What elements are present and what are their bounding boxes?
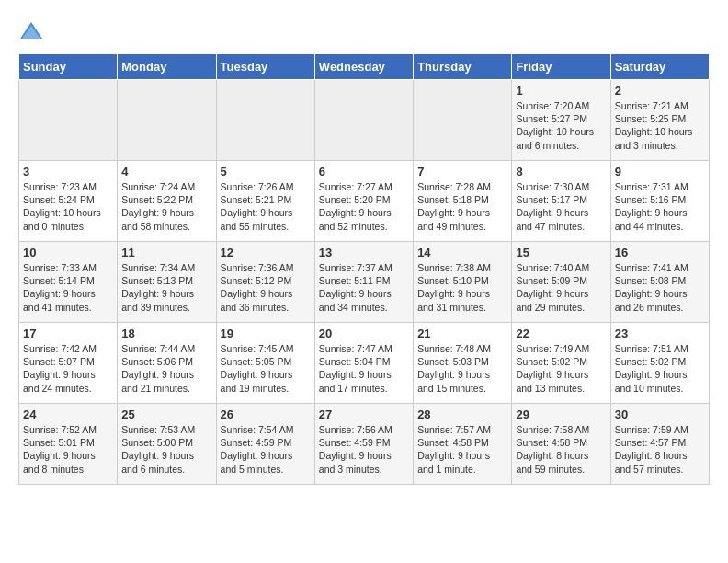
day-number: 21 — [417, 327, 507, 340]
day-number: 29 — [516, 408, 606, 421]
day-info: Daylight: 10 hours and 6 minutes. — [516, 125, 606, 151]
day-info: Sunrise: 7:52 AM — [23, 423, 113, 436]
day-info: Sunset: 5:01 PM — [23, 436, 113, 449]
day-info: Daylight: 9 hours and 24 minutes. — [23, 368, 113, 394]
day-info: Sunrise: 7:45 AM — [221, 342, 311, 355]
calendar-cell: 21Sunrise: 7:48 AMSunset: 5:03 PMDayligh… — [414, 323, 512, 404]
day-number: 24 — [23, 408, 113, 421]
day-info: Daylight: 9 hours and 8 minutes. — [23, 449, 113, 475]
day-info: Sunrise: 7:44 AM — [121, 342, 211, 355]
day-number: 19 — [221, 327, 311, 340]
day-info: Sunset: 5:02 PM — [516, 355, 606, 368]
day-info: Sunset: 5:00 PM — [121, 436, 211, 449]
calendar-cell: 27Sunrise: 7:56 AMSunset: 4:59 PMDayligh… — [314, 404, 413, 485]
header-row: SundayMondayTuesdayWednesdayThursdayFrid… — [19, 54, 710, 80]
day-info: Sunset: 5:24 PM — [23, 193, 113, 206]
day-info: Sunset: 5:13 PM — [121, 274, 211, 287]
day-info: Sunset: 4:59 PM — [221, 436, 311, 449]
day-info: Daylight: 9 hours and 1 minute. — [417, 449, 507, 475]
day-number: 25 — [121, 408, 211, 421]
day-info: Daylight: 9 hours and 31 minutes. — [417, 287, 507, 313]
day-number: 9 — [615, 165, 705, 178]
day-info: Daylight: 9 hours and 36 minutes. — [221, 287, 311, 313]
day-info: Sunset: 5:25 PM — [615, 112, 705, 125]
day-info: Sunset: 5:27 PM — [516, 112, 606, 125]
weekday-header: Thursday — [414, 54, 512, 80]
calendar-header: SundayMondayTuesdayWednesdayThursdayFrid… — [19, 54, 710, 80]
day-number: 3 — [23, 165, 113, 178]
day-number: 27 — [319, 408, 409, 421]
calendar-cell: 2Sunrise: 7:21 AMSunset: 5:25 PMDaylight… — [610, 80, 709, 161]
weekday-header: Tuesday — [216, 54, 314, 80]
calendar-week-row: 10Sunrise: 7:33 AMSunset: 5:14 PMDayligh… — [19, 242, 710, 323]
day-info: Sunrise: 7:51 AM — [615, 342, 705, 355]
day-number: 28 — [417, 408, 507, 421]
calendar-cell: 29Sunrise: 7:58 AMSunset: 4:58 PMDayligh… — [512, 404, 610, 485]
day-info: Sunrise: 7:47 AM — [319, 342, 409, 355]
day-info: Sunrise: 7:20 AM — [516, 99, 606, 112]
day-info: Sunset: 4:58 PM — [417, 436, 507, 449]
calendar-cell: 13Sunrise: 7:37 AMSunset: 5:11 PMDayligh… — [314, 242, 413, 323]
calendar-cell: 15Sunrise: 7:40 AMSunset: 5:09 PMDayligh… — [512, 242, 610, 323]
day-info: Daylight: 9 hours and 52 minutes. — [319, 206, 409, 232]
day-number: 18 — [121, 327, 211, 340]
day-number: 12 — [221, 246, 311, 259]
day-info: Daylight: 9 hours and 58 minutes. — [121, 206, 211, 232]
day-info: Sunrise: 7:28 AM — [417, 180, 507, 193]
day-info: Daylight: 9 hours and 21 minutes. — [121, 368, 211, 394]
day-info: Sunset: 5:02 PM — [615, 355, 705, 368]
logo — [18, 18, 48, 44]
calendar-cell: 6Sunrise: 7:27 AMSunset: 5:20 PMDaylight… — [314, 161, 413, 242]
day-info: Daylight: 9 hours and 5 minutes. — [221, 449, 311, 475]
day-number: 23 — [615, 327, 705, 340]
day-number: 11 — [121, 246, 211, 259]
day-info: Daylight: 9 hours and 47 minutes. — [516, 206, 606, 232]
day-info: Sunrise: 7:41 AM — [615, 261, 705, 274]
day-info: Sunrise: 7:26 AM — [221, 180, 311, 193]
day-info: Daylight: 9 hours and 34 minutes. — [319, 287, 409, 313]
calendar-cell: 12Sunrise: 7:36 AMSunset: 5:12 PMDayligh… — [216, 242, 314, 323]
day-info: Sunrise: 7:40 AM — [516, 261, 606, 274]
day-info: Sunset: 5:03 PM — [417, 355, 507, 368]
calendar-cell: 23Sunrise: 7:51 AMSunset: 5:02 PMDayligh… — [610, 323, 709, 404]
calendar-cell: 14Sunrise: 7:38 AMSunset: 5:10 PMDayligh… — [414, 242, 512, 323]
day-info: Sunrise: 7:34 AM — [121, 261, 211, 274]
day-number: 22 — [516, 327, 606, 340]
day-info: Daylight: 9 hours and 3 minutes. — [319, 449, 409, 475]
day-info: Daylight: 10 hours and 0 minutes. — [23, 206, 113, 232]
calendar-cell: 24Sunrise: 7:52 AMSunset: 5:01 PMDayligh… — [19, 404, 118, 485]
day-info: Daylight: 9 hours and 39 minutes. — [121, 287, 211, 313]
day-info: Sunset: 5:14 PM — [23, 274, 113, 287]
day-info: Sunrise: 7:57 AM — [417, 423, 507, 436]
weekday-header: Saturday — [610, 54, 709, 80]
day-number: 2 — [615, 84, 705, 98]
day-info: Daylight: 8 hours and 57 minutes. — [615, 449, 705, 475]
day-number: 17 — [23, 327, 113, 340]
day-info: Sunset: 5:12 PM — [221, 274, 311, 287]
day-info: Sunrise: 7:36 AM — [221, 261, 311, 274]
day-info: Sunset: 5:11 PM — [319, 274, 409, 287]
calendar-body: 1Sunrise: 7:20 AMSunset: 5:27 PMDaylight… — [19, 80, 710, 485]
calendar-cell — [216, 80, 314, 161]
calendar-cell: 7Sunrise: 7:28 AMSunset: 5:18 PMDaylight… — [414, 161, 512, 242]
weekday-header: Monday — [118, 54, 216, 80]
day-info: Sunrise: 7:49 AM — [516, 342, 606, 355]
day-info: Daylight: 9 hours and 41 minutes. — [23, 287, 113, 313]
weekday-header: Sunday — [19, 54, 118, 80]
calendar-cell: 25Sunrise: 7:53 AMSunset: 5:00 PMDayligh… — [118, 404, 216, 485]
calendar-cell: 20Sunrise: 7:47 AMSunset: 5:04 PMDayligh… — [314, 323, 413, 404]
calendar-cell — [314, 80, 413, 161]
day-info: Sunrise: 7:38 AM — [417, 261, 507, 274]
day-info: Sunrise: 7:27 AM — [319, 180, 409, 193]
day-info: Sunset: 5:07 PM — [23, 355, 113, 368]
calendar-cell — [19, 80, 118, 161]
calendar-cell: 5Sunrise: 7:26 AMSunset: 5:21 PMDaylight… — [216, 161, 314, 242]
day-info: Sunset: 5:05 PM — [221, 355, 311, 368]
day-info: Daylight: 9 hours and 10 minutes. — [615, 368, 705, 394]
day-info: Daylight: 9 hours and 55 minutes. — [221, 206, 311, 232]
day-info: Sunrise: 7:30 AM — [516, 180, 606, 193]
day-number: 7 — [417, 165, 507, 178]
day-info: Sunset: 4:59 PM — [319, 436, 409, 449]
calendar-cell: 11Sunrise: 7:34 AMSunset: 5:13 PMDayligh… — [118, 242, 216, 323]
calendar-cell: 26Sunrise: 7:54 AMSunset: 4:59 PMDayligh… — [216, 404, 314, 485]
